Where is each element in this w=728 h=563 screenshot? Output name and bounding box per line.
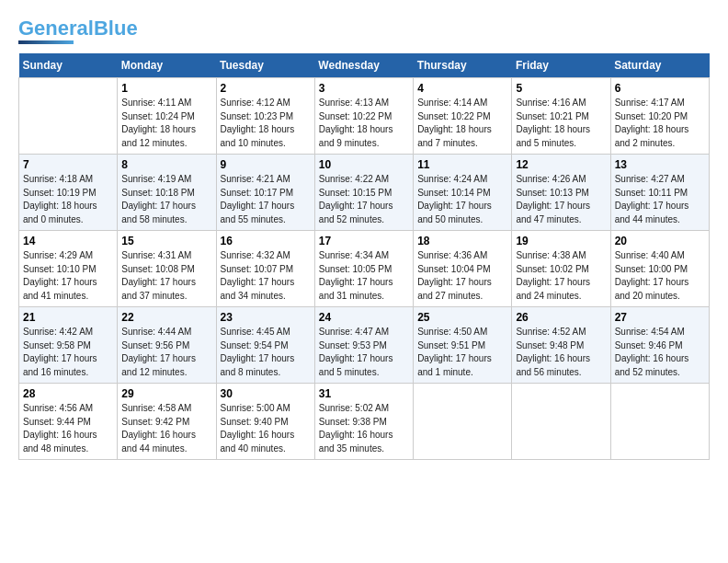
day-number: 26 xyxy=(516,311,606,324)
header-tuesday: Tuesday xyxy=(216,53,314,78)
day-number: 16 xyxy=(221,235,311,247)
calendar-cell: 16Sunrise: 4:32 AM Sunset: 10:07 PM Dayl… xyxy=(216,231,314,307)
day-info: Sunrise: 4:18 AM Sunset: 10:19 PM Daylig… xyxy=(23,173,113,226)
day-info: Sunrise: 4:14 AM Sunset: 10:22 PM Daylig… xyxy=(417,97,507,150)
calendar-cell: 18Sunrise: 4:36 AM Sunset: 10:04 PM Dayl… xyxy=(414,231,512,307)
week-row-4: 21Sunrise: 4:42 AM Sunset: 9:58 PM Dayli… xyxy=(19,307,710,384)
day-info: Sunrise: 4:27 AM Sunset: 10:11 PM Daylig… xyxy=(615,173,705,226)
day-number: 13 xyxy=(615,158,705,171)
week-row-1: 1Sunrise: 4:11 AM Sunset: 10:24 PM Dayli… xyxy=(19,78,710,155)
day-number: 7 xyxy=(23,158,113,171)
header-friday: Friday xyxy=(512,53,610,78)
calendar-cell: 19Sunrise: 4:38 AM Sunset: 10:02 PM Dayl… xyxy=(512,231,610,307)
day-info: Sunrise: 4:38 AM Sunset: 10:02 PM Daylig… xyxy=(516,249,606,303)
day-number: 8 xyxy=(121,158,211,171)
week-row-5: 28Sunrise: 4:56 AM Sunset: 9:44 PM Dayli… xyxy=(19,384,710,460)
day-number: 30 xyxy=(221,387,311,400)
calendar-cell: 25Sunrise: 4:50 AM Sunset: 9:51 PM Dayli… xyxy=(414,307,512,384)
day-number: 17 xyxy=(319,235,409,247)
day-info: Sunrise: 4:36 AM Sunset: 10:04 PM Daylig… xyxy=(417,249,507,303)
day-info: Sunrise: 4:29 AM Sunset: 10:10 PM Daylig… xyxy=(23,249,113,303)
day-number: 27 xyxy=(615,311,705,324)
calendar-cell xyxy=(414,384,512,460)
header-sunday: Sunday xyxy=(19,53,118,78)
day-info: Sunrise: 5:00 AM Sunset: 9:40 PM Dayligh… xyxy=(221,402,311,455)
calendar-cell: 26Sunrise: 4:52 AM Sunset: 9:48 PM Dayli… xyxy=(512,307,610,384)
calendar-cell: 23Sunrise: 4:45 AM Sunset: 9:54 PM Dayli… xyxy=(216,307,314,384)
calendar-cell: 13Sunrise: 4:27 AM Sunset: 10:11 PM Dayl… xyxy=(610,155,709,231)
calendar-cell: 4Sunrise: 4:14 AM Sunset: 10:22 PM Dayli… xyxy=(414,78,512,155)
header-saturday: Saturday xyxy=(610,53,709,78)
day-info: Sunrise: 4:31 AM Sunset: 10:08 PM Daylig… xyxy=(121,249,211,303)
calendar-cell: 10Sunrise: 4:22 AM Sunset: 10:15 PM Dayl… xyxy=(314,155,413,231)
calendar-cell: 29Sunrise: 4:58 AM Sunset: 9:42 PM Dayli… xyxy=(118,384,216,460)
calendar-cell: 8Sunrise: 4:19 AM Sunset: 10:18 PM Dayli… xyxy=(118,155,216,231)
day-number: 2 xyxy=(221,82,311,95)
header: GeneralBlue xyxy=(18,18,710,44)
day-number: 18 xyxy=(417,235,507,247)
day-number: 23 xyxy=(221,311,311,324)
day-info: Sunrise: 4:56 AM Sunset: 9:44 PM Dayligh… xyxy=(23,402,113,455)
day-number: 31 xyxy=(319,387,409,400)
day-number: 3 xyxy=(319,82,409,95)
header-row: SundayMondayTuesdayWednesdayThursdayFrid… xyxy=(19,53,710,78)
logo-bar xyxy=(18,40,74,44)
calendar-cell: 14Sunrise: 4:29 AM Sunset: 10:10 PM Dayl… xyxy=(19,231,118,307)
day-info: Sunrise: 4:52 AM Sunset: 9:48 PM Dayligh… xyxy=(516,326,606,379)
calendar-cell: 2Sunrise: 4:12 AM Sunset: 10:23 PM Dayli… xyxy=(216,78,314,155)
day-number: 15 xyxy=(121,235,211,247)
day-info: Sunrise: 4:50 AM Sunset: 9:51 PM Dayligh… xyxy=(417,326,507,379)
calendar-cell: 24Sunrise: 4:47 AM Sunset: 9:53 PM Dayli… xyxy=(314,307,413,384)
logo-blue: Blue xyxy=(94,17,138,40)
calendar-cell: 5Sunrise: 4:16 AM Sunset: 10:21 PM Dayli… xyxy=(512,78,610,155)
day-number: 10 xyxy=(319,158,409,171)
day-info: Sunrise: 4:34 AM Sunset: 10:05 PM Daylig… xyxy=(319,249,409,303)
day-info: Sunrise: 5:02 AM Sunset: 9:38 PM Dayligh… xyxy=(319,402,409,455)
day-info: Sunrise: 4:47 AM Sunset: 9:53 PM Dayligh… xyxy=(319,326,409,379)
day-info: Sunrise: 4:21 AM Sunset: 10:17 PM Daylig… xyxy=(221,173,311,226)
day-number: 12 xyxy=(516,158,606,171)
day-info: Sunrise: 4:16 AM Sunset: 10:21 PM Daylig… xyxy=(516,97,606,150)
calendar-table: SundayMondayTuesdayWednesdayThursdayFrid… xyxy=(18,53,710,460)
header-monday: Monday xyxy=(118,53,216,78)
day-info: Sunrise: 4:45 AM Sunset: 9:54 PM Dayligh… xyxy=(221,326,311,379)
calendar-cell: 6Sunrise: 4:17 AM Sunset: 10:20 PM Dayli… xyxy=(610,78,709,155)
day-info: Sunrise: 4:22 AM Sunset: 10:15 PM Daylig… xyxy=(319,173,409,226)
day-number: 9 xyxy=(221,158,311,171)
calendar-cell: 17Sunrise: 4:34 AM Sunset: 10:05 PM Dayl… xyxy=(314,231,413,307)
day-info: Sunrise: 4:11 AM Sunset: 10:24 PM Daylig… xyxy=(121,97,211,150)
calendar-cell xyxy=(610,384,709,460)
calendar-cell: 9Sunrise: 4:21 AM Sunset: 10:17 PM Dayli… xyxy=(216,155,314,231)
calendar-cell: 31Sunrise: 5:02 AM Sunset: 9:38 PM Dayli… xyxy=(314,384,413,460)
day-info: Sunrise: 4:40 AM Sunset: 10:00 PM Daylig… xyxy=(615,249,705,303)
week-row-3: 14Sunrise: 4:29 AM Sunset: 10:10 PM Dayl… xyxy=(19,231,710,307)
day-number: 25 xyxy=(417,311,507,324)
day-info: Sunrise: 4:24 AM Sunset: 10:14 PM Daylig… xyxy=(417,173,507,226)
calendar-cell xyxy=(512,384,610,460)
day-info: Sunrise: 4:13 AM Sunset: 10:22 PM Daylig… xyxy=(319,97,409,150)
day-number: 14 xyxy=(23,235,113,247)
calendar-cell: 3Sunrise: 4:13 AM Sunset: 10:22 PM Dayli… xyxy=(314,78,413,155)
day-number: 4 xyxy=(417,82,507,95)
day-info: Sunrise: 4:54 AM Sunset: 9:46 PM Dayligh… xyxy=(615,326,705,379)
day-number: 22 xyxy=(121,311,211,324)
day-number: 5 xyxy=(516,82,606,95)
calendar-cell xyxy=(19,78,118,155)
day-info: Sunrise: 4:26 AM Sunset: 10:13 PM Daylig… xyxy=(516,173,606,226)
day-number: 11 xyxy=(417,158,507,171)
day-info: Sunrise: 4:58 AM Sunset: 9:42 PM Dayligh… xyxy=(121,402,211,455)
header-wednesday: Wednesday xyxy=(314,53,413,78)
day-info: Sunrise: 4:19 AM Sunset: 10:18 PM Daylig… xyxy=(121,173,211,226)
day-number: 1 xyxy=(121,82,211,95)
day-info: Sunrise: 4:32 AM Sunset: 10:07 PM Daylig… xyxy=(221,249,311,303)
calendar-cell: 12Sunrise: 4:26 AM Sunset: 10:13 PM Dayl… xyxy=(512,155,610,231)
logo-general: General xyxy=(18,17,94,40)
day-number: 21 xyxy=(23,311,113,324)
day-number: 19 xyxy=(516,235,606,247)
calendar-cell: 11Sunrise: 4:24 AM Sunset: 10:14 PM Dayl… xyxy=(414,155,512,231)
calendar-cell: 27Sunrise: 4:54 AM Sunset: 9:46 PM Dayli… xyxy=(610,307,709,384)
logo: GeneralBlue xyxy=(18,18,138,44)
calendar-cell: 30Sunrise: 5:00 AM Sunset: 9:40 PM Dayli… xyxy=(216,384,314,460)
calendar-cell: 20Sunrise: 4:40 AM Sunset: 10:00 PM Dayl… xyxy=(610,231,709,307)
day-info: Sunrise: 4:17 AM Sunset: 10:20 PM Daylig… xyxy=(615,97,705,150)
